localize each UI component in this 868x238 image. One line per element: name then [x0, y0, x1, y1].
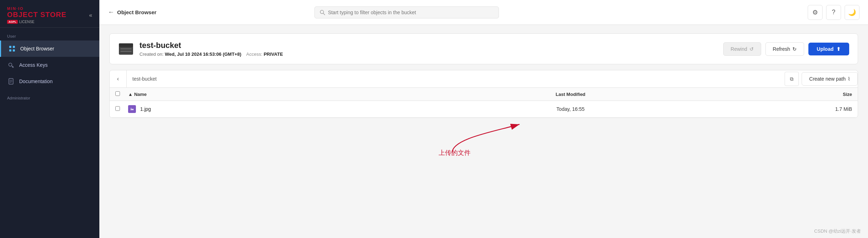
svg-rect-18 — [129, 106, 135, 112]
row-modified-cell: Today, 16:55 — [450, 106, 691, 112]
bucket-actions: Rewind ↺ Refresh ↻ Upload ⬆ — [723, 42, 849, 56]
topbar-back-button[interactable]: ← Object Browser — [108, 9, 156, 16]
col-check-header — [115, 91, 128, 97]
svg-line-13 — [323, 13, 325, 15]
sidebar-collapse-button[interactable]: « — [89, 12, 92, 18]
create-path-label: Create new path — [809, 76, 846, 82]
upload-button[interactable]: Upload ⬆ — [808, 43, 849, 55]
bucket-meta: Created on: Wed, Jul 10 2024 16:53:06 (G… — [139, 52, 718, 57]
select-all-checkbox[interactable] — [115, 91, 120, 96]
sidebar-item-access-keys-label: Access Keys — [19, 62, 48, 68]
content-area: test-bucket Created on: Wed, Jul 10 2024… — [99, 25, 868, 238]
rewind-button[interactable]: Rewind ↺ — [723, 42, 761, 56]
watermark: CSDN @幼zi远开·发者 — [814, 228, 861, 234]
create-path-button[interactable]: Create new path ⌇ — [802, 72, 858, 86]
sidebar-item-object-browser[interactable]: Object Browser — [0, 40, 99, 57]
path-bar: ‹ test-bucket ⧉ Create new path ⌇ — [110, 70, 858, 88]
access-value: PRIVATE — [264, 52, 283, 57]
sidebar-item-documentation[interactable]: Documentation — [0, 73, 99, 90]
theme-toggle-button[interactable]: 🌙 — [845, 5, 859, 20]
row-checkbox-cell — [115, 106, 128, 112]
svg-rect-16 — [120, 48, 132, 49]
svg-rect-2 — [9, 49, 11, 52]
logo-license: AGPL LICENSE — [7, 20, 66, 24]
moon-icon: 🌙 — [848, 9, 856, 16]
path-back-arrow-icon: ‹ — [117, 76, 119, 82]
license-text: LICENSE — [19, 20, 34, 24]
sidebar-item-object-browser-label: Object Browser — [20, 46, 54, 52]
sidebar-logo: MIN·IO OBJECT STORE AGPL LICENSE « — [0, 0, 99, 28]
bucket-info: test-bucket Created on: Wed, Jul 10 2024… — [139, 41, 718, 57]
doc-icon — [7, 77, 15, 85]
annotation-text: 上传的文件 — [439, 149, 471, 156]
col-size-header: Size — [691, 92, 852, 97]
search-icon — [320, 10, 325, 15]
svg-rect-3 — [13, 49, 15, 52]
svg-rect-15 — [119, 43, 133, 47]
bucket-header: test-bucket Created on: Wed, Jul 10 2024… — [109, 33, 858, 64]
file-table-header: ▲ Name Last Modified Size — [110, 88, 858, 101]
grid-icon — [8, 45, 16, 53]
license-badge: AGPL — [7, 20, 18, 24]
svg-rect-17 — [120, 51, 132, 52]
rewind-icon: ↺ — [749, 46, 754, 52]
topbar-actions: ⚙ ? 🌙 — [808, 5, 859, 20]
annotation-container: 上传的文件 — [109, 121, 858, 160]
file-type-icon — [128, 105, 136, 113]
help-button[interactable]: ? — [826, 5, 841, 20]
col-name-label: Name — [134, 92, 147, 97]
upload-label: Upload — [817, 46, 834, 52]
svg-rect-1 — [13, 46, 15, 48]
col-name-header[interactable]: ▲ Name — [128, 92, 450, 97]
logo-minio: MIN·IO — [7, 6, 66, 11]
logo-object-store: OBJECT STORE — [7, 11, 66, 18]
settings-icon: ⚙ — [812, 9, 818, 16]
sidebar-item-access-keys[interactable]: Access Keys — [0, 57, 99, 73]
annotation-text-wrapper: 上传的文件 — [439, 148, 471, 157]
settings-button[interactable]: ⚙ — [808, 5, 823, 20]
svg-rect-0 — [9, 46, 11, 48]
col-modified-header: Last Modified — [450, 92, 691, 97]
topbar-title: Object Browser — [117, 9, 156, 15]
back-arrow-icon: ← — [108, 9, 114, 16]
row-checkbox[interactable] — [115, 106, 120, 111]
path-crumb: test-bucket — [127, 76, 785, 82]
sort-icon: ▲ — [128, 92, 133, 97]
sidebar: MIN·IO OBJECT STORE AGPL LICENSE « User … — [0, 0, 99, 238]
created-on-value: Wed, Jul 10 2024 16:53:06 (GMT+8) — [165, 52, 241, 57]
table-row[interactable]: 1.jpg Today, 16:55 1.7 MiB — [110, 101, 858, 118]
svg-point-19 — [131, 108, 131, 109]
access-label: Access: — [246, 52, 263, 57]
refresh-label: Refresh — [773, 46, 790, 52]
topbar: ← Object Browser ⚙ ? 🌙 — [99, 0, 868, 25]
path-back-button[interactable]: ‹ — [110, 70, 127, 87]
created-on-label: Created on: — [139, 52, 164, 57]
row-name-cell: 1.jpg — [128, 105, 450, 113]
topbar-search — [314, 6, 499, 18]
row-size-cell: 1.7 MiB — [691, 106, 852, 112]
bucket-icon — [118, 41, 134, 57]
bucket-name: test-bucket — [139, 41, 718, 50]
path-and-table-wrapper: ‹ test-bucket ⧉ Create new path ⌇ ▲ N — [109, 70, 858, 118]
path-copy-button[interactable]: ⧉ — [785, 72, 799, 86]
sidebar-section-administrator: Administrator — [0, 90, 99, 102]
key-icon — [7, 61, 15, 69]
refresh-button[interactable]: Refresh ↻ — [765, 42, 804, 56]
upload-icon: ⬆ — [836, 46, 841, 52]
logo-store: STORE — [38, 11, 66, 18]
search-box — [314, 6, 499, 18]
create-path-icon: ⌇ — [848, 76, 850, 82]
help-icon: ? — [832, 9, 835, 16]
rewind-label: Rewind — [731, 46, 747, 52]
logo-text: MIN·IO OBJECT STORE AGPL LICENSE — [7, 6, 66, 24]
copy-icon: ⧉ — [790, 76, 793, 82]
logo-object: OBJECT — [7, 11, 38, 18]
main-content: ← Object Browser ⚙ ? 🌙 — [99, 0, 868, 238]
refresh-icon: ↻ — [792, 46, 797, 52]
sidebar-section-user: User — [0, 28, 99, 40]
search-input[interactable] — [328, 10, 494, 15]
file-name: 1.jpg — [140, 106, 151, 112]
sidebar-item-documentation-label: Documentation — [19, 79, 53, 84]
